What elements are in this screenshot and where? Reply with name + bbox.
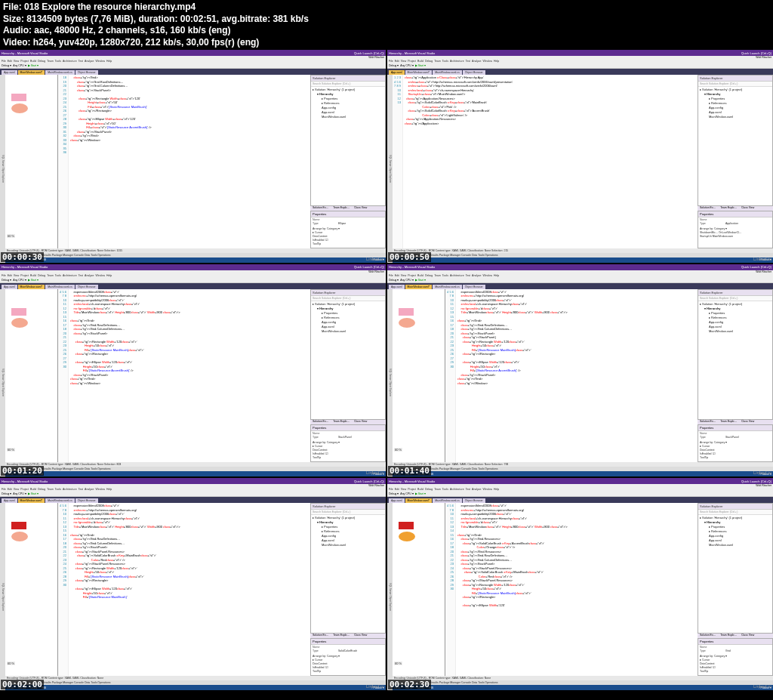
mainwindow-node[interactable]: MainWindow.xaml (313, 329, 383, 334)
menu-item[interactable]: Edit (395, 274, 399, 277)
menu-item[interactable]: File (389, 488, 393, 491)
config-platform[interactable]: Any CPU ▾ (13, 492, 26, 495)
window-titlebar[interactable]: Hierarchy - Microsoft Visual Studio Quic… (387, 50, 773, 56)
properties-panel[interactable]: Properties Name TypeEllipse Arrange by: … (310, 211, 386, 248)
config-platform[interactable]: Any CPU ▾ (400, 64, 413, 67)
code-content[interactable]: class="tg"><Grid> class="tg"><Grid.RowDe… (69, 75, 310, 248)
menu-item[interactable]: Edit (395, 488, 399, 491)
menu-item[interactable]: Team (47, 488, 54, 491)
solution-explorer[interactable]: Solution Explorer Search Solution Explor… (698, 75, 773, 205)
sidebar-sql-explorer[interactable]: SQL Server Object Explorer (0, 289, 5, 476)
designer-ellipse[interactable] (11, 103, 28, 113)
designer-rectangle[interactable] (11, 308, 26, 316)
menu-item[interactable]: Debug (425, 274, 433, 277)
menu-item[interactable]: Test (466, 488, 470, 491)
solution-tree[interactable]: ▸ Solution 'Hierarchy' (1 project) ▾ Hie… (698, 301, 772, 335)
mainwindow-node[interactable]: MainWindow.xaml (700, 115, 771, 119)
xaml-designer[interactable]: 60 % (393, 503, 445, 676)
code-editor[interactable]: 4 5 6 7 8 10 11 12 13 15 16 17 18 20 21 … (58, 503, 310, 676)
solution-explorer[interactable]: Solution Explorer Search Solution Explor… (310, 503, 386, 634)
menu-item[interactable]: Debug (38, 488, 45, 491)
code-editor[interactable]: 4 5 6 7 8 10 11 12 13 15 16 17 18 20 21 … (445, 289, 698, 462)
solution-explorer[interactable]: Solution Explorer Search Solution Explor… (310, 289, 386, 420)
toolbar[interactable]: Debug ▾ Any CPU ▾ ▶ Start ▾ (0, 492, 386, 497)
solution-search[interactable]: Search Solution Explorer (Ctrl+;) (311, 296, 385, 301)
menu-item[interactable]: Team (47, 274, 54, 277)
solution-tree[interactable]: ▸ Solution 'Hierarchy' (1 project) ▾ Hie… (698, 515, 772, 548)
menu-item[interactable]: Analyze (472, 60, 481, 63)
menu-item[interactable]: Analyze (85, 60, 94, 63)
menu-item[interactable]: Architecture (63, 488, 77, 491)
properties-panel[interactable]: Properties Name TypeStackPanel Arrange b… (310, 424, 386, 462)
code-content[interactable]: expression/blend/2008class="vl">' xmlns:… (69, 289, 310, 462)
designer-ellipse[interactable] (399, 318, 415, 328)
window-titlebar[interactable]: Hierarchy - Microsoft Visual Studio Quic… (387, 478, 773, 484)
menu-item[interactable]: Test (466, 60, 470, 63)
menu-item[interactable]: Help (106, 488, 112, 491)
toolbar[interactable]: Debug ▾ Any CPU ▾ ▶ Start ▾ (0, 278, 386, 283)
designer-rectangle[interactable] (399, 522, 414, 529)
properties-panel[interactable]: Properties Name TypeApplication Arrange … (698, 211, 773, 248)
quick-launch[interactable]: Quick Launch (Ctrl+Q) (741, 480, 771, 483)
prop-tooltip[interactable]: ToolTip (700, 456, 771, 460)
sidebar-sql-explorer[interactable]: SQL Server Object Explorer (387, 75, 393, 262)
properties-panel[interactable]: Properties Name TypeSolidColorBrush Arra… (310, 638, 386, 676)
menu-item[interactable]: View (401, 274, 407, 277)
menu-item[interactable]: Team (434, 488, 441, 491)
menu-item[interactable]: Window (96, 60, 105, 63)
menu-item[interactable]: Help (106, 274, 112, 277)
sidebar-sql-explorer[interactable]: SQL Server Object Explorer (0, 503, 5, 690)
quick-launch[interactable]: Quick Launch (Ctrl+Q) (354, 265, 384, 269)
solution-search[interactable]: Search Solution Explorer (Ctrl+;) (698, 82, 772, 87)
menu-item[interactable]: File (2, 488, 6, 491)
menu-item[interactable]: Debug (38, 274, 45, 277)
start-button[interactable]: ▶ Start ▾ (415, 64, 426, 67)
toolbar[interactable]: Debug ▾ Any CPU ▾ ▶ Start ▾ (387, 278, 773, 283)
start-button[interactable]: ▶ Start ▾ (28, 279, 38, 282)
toolbar[interactable]: Debug ▾ Any CPU ▾ ▶ Start ▾ (387, 492, 773, 497)
menu-item[interactable]: Test (79, 274, 83, 277)
code-content[interactable]: expression/blend/2008class="vl">' xmlns:… (456, 289, 698, 462)
menu-item[interactable]: Analyze (472, 488, 481, 491)
config-debug[interactable]: Debug ▾ (2, 492, 11, 495)
code-editor[interactable]: 1 2 3 4 5 6 7 8 9 10 11 12 13 class="tg"… (393, 75, 698, 248)
mainwindow-node[interactable]: MainWindow.xaml (313, 115, 383, 119)
designer-ellipse[interactable] (11, 318, 28, 328)
prop-tooltip[interactable]: ToolTip (313, 242, 383, 246)
menu-item[interactable]: Build (417, 488, 423, 491)
menu-item[interactable]: Build (30, 274, 36, 277)
menu-item[interactable]: Build (417, 274, 423, 277)
code-content[interactable]: expression/blend/2008class="vl">' xmlns:… (456, 503, 698, 676)
window-titlebar[interactable]: Hierarchy - Microsoft Visual Studio Quic… (0, 264, 386, 270)
window-titlebar[interactable]: Hierarchy - Microsoft Visual Studio Quic… (0, 478, 386, 484)
menu-item[interactable]: Debug (38, 60, 45, 63)
menu-item[interactable]: File (2, 274, 6, 277)
menu-item[interactable]: Test (466, 274, 470, 277)
solution-tree[interactable]: ▸ Solution 'Hierarchy' (1 project) ▾ Hie… (311, 87, 385, 120)
quick-launch[interactable]: Quick Launch (Ctrl+Q) (354, 480, 384, 483)
xaml-designer[interactable]: 60 % (393, 289, 445, 462)
mainwindow-node[interactable]: MainWindow.xaml (313, 543, 383, 547)
menu-item[interactable]: Edit (395, 60, 399, 63)
code-editor[interactable]: 4 5 6 7 8 10 11 12 13 14 15 16 17 18 20 … (445, 503, 698, 676)
menu-item[interactable]: Tools (442, 60, 448, 63)
solution-explorer[interactable]: Solution Explorer Search Solution Explor… (310, 75, 386, 205)
properties-panel[interactable]: Properties Name TypeGrid Arrange by: Cat… (698, 638, 773, 676)
sidebar-sql-explorer[interactable]: SQL Server Object Explorer (0, 75, 5, 262)
menu-item[interactable]: Project (20, 488, 29, 491)
menu-item[interactable]: Test (79, 488, 83, 491)
menu-item[interactable]: Debug (425, 60, 433, 63)
menu-item[interactable]: Analyze (472, 274, 481, 277)
menu-item[interactable]: Help (494, 274, 499, 277)
window-titlebar[interactable]: Hierarchy - Microsoft Visual Studio Quic… (387, 264, 773, 270)
prop-tooltip[interactable]: ToolTip (313, 670, 383, 674)
menu-item[interactable]: Project (408, 274, 416, 277)
mainwindow-node[interactable]: MainWindow.xaml (700, 543, 771, 547)
config-platform[interactable]: Any CPU ▾ (400, 279, 413, 282)
zoom-percent[interactable]: 60 % (7, 448, 15, 452)
menu-item[interactable]: Window (96, 274, 105, 277)
toolbar[interactable]: Debug ▾ Any CPU ▾ ▶ Start ▾ (387, 63, 773, 69)
menu-item[interactable]: Team (434, 274, 441, 277)
menu-item[interactable]: Project (20, 274, 29, 277)
menu-item[interactable]: Project (408, 488, 416, 491)
